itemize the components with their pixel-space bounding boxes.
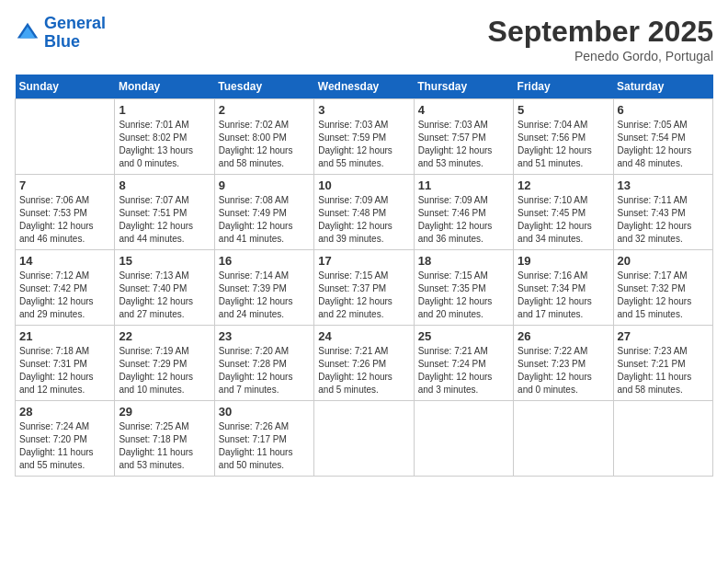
calendar-cell: 26Sunrise: 7:22 AM Sunset: 7:23 PM Dayli… <box>514 326 613 401</box>
day-info: Sunrise: 7:10 AM Sunset: 7:45 PM Dayligh… <box>518 194 609 246</box>
day-info: Sunrise: 7:20 AM Sunset: 7:28 PM Dayligh… <box>219 345 310 396</box>
day-number: 6 <box>618 103 709 117</box>
week-row-3: 14Sunrise: 7:12 AM Sunset: 7:42 PM Dayli… <box>16 250 713 326</box>
day-number: 9 <box>219 178 310 192</box>
day-info: Sunrise: 7:06 AM Sunset: 7:53 PM Dayligh… <box>19 194 110 246</box>
calendar-cell: 30Sunrise: 7:26 AM Sunset: 7:17 PM Dayli… <box>214 401 313 477</box>
day-info: Sunrise: 7:07 AM Sunset: 7:51 PM Dayligh… <box>119 194 210 246</box>
calendar-cell: 5Sunrise: 7:04 AM Sunset: 7:56 PM Daylig… <box>514 99 613 175</box>
calendar-cell <box>514 401 613 477</box>
day-number: 14 <box>19 254 110 268</box>
calendar-cell: 6Sunrise: 7:05 AM Sunset: 7:54 PM Daylig… <box>613 99 712 175</box>
day-info: Sunrise: 7:04 AM Sunset: 7:56 PM Dayligh… <box>518 119 609 170</box>
day-info: Sunrise: 7:15 AM Sunset: 7:37 PM Dayligh… <box>318 270 409 321</box>
weekday-header-thursday: Thursday <box>414 75 513 99</box>
calendar-cell: 3Sunrise: 7:03 AM Sunset: 7:59 PM Daylig… <box>314 99 414 175</box>
day-number: 28 <box>19 405 110 419</box>
day-info: Sunrise: 7:09 AM Sunset: 7:46 PM Dayligh… <box>418 194 509 246</box>
day-number: 5 <box>518 103 609 117</box>
day-info: Sunrise: 7:25 AM Sunset: 7:18 PM Dayligh… <box>119 420 210 472</box>
day-info: Sunrise: 7:09 AM Sunset: 7:48 PM Dayligh… <box>318 194 409 246</box>
day-number: 8 <box>119 178 210 192</box>
calendar-cell: 12Sunrise: 7:10 AM Sunset: 7:45 PM Dayli… <box>514 175 613 250</box>
weekday-header-friday: Friday <box>514 75 613 99</box>
calendar-cell: 19Sunrise: 7:16 AM Sunset: 7:34 PM Dayli… <box>514 250 613 326</box>
calendar-cell: 16Sunrise: 7:14 AM Sunset: 7:39 PM Dayli… <box>214 250 313 326</box>
week-row-1: 1Sunrise: 7:01 AM Sunset: 8:02 PM Daylig… <box>16 99 713 175</box>
month-title: September 2025 <box>488 15 713 49</box>
weekday-header-tuesday: Tuesday <box>214 75 313 99</box>
calendar-cell <box>613 401 712 477</box>
calendar-cell: 2Sunrise: 7:02 AM Sunset: 8:00 PM Daylig… <box>214 99 313 175</box>
day-number: 18 <box>418 254 509 268</box>
day-info: Sunrise: 7:12 AM Sunset: 7:42 PM Dayligh… <box>19 270 110 321</box>
calendar-cell: 23Sunrise: 7:20 AM Sunset: 7:28 PM Dayli… <box>214 326 313 401</box>
day-number: 15 <box>119 254 210 268</box>
day-info: Sunrise: 7:24 AM Sunset: 7:20 PM Dayligh… <box>19 420 110 472</box>
weekday-header-sunday: Sunday <box>16 75 115 99</box>
calendar-cell: 18Sunrise: 7:15 AM Sunset: 7:35 PM Dayli… <box>414 250 513 326</box>
calendar-cell <box>414 401 513 477</box>
day-number: 29 <box>119 405 210 419</box>
calendar-cell: 29Sunrise: 7:25 AM Sunset: 7:18 PM Dayli… <box>115 401 214 477</box>
logo-line1: General <box>44 14 106 32</box>
week-row-5: 28Sunrise: 7:24 AM Sunset: 7:20 PM Dayli… <box>16 401 713 477</box>
calendar-cell: 4Sunrise: 7:03 AM Sunset: 7:57 PM Daylig… <box>414 99 513 175</box>
calendar-cell: 22Sunrise: 7:19 AM Sunset: 7:29 PM Dayli… <box>115 326 214 401</box>
day-info: Sunrise: 7:14 AM Sunset: 7:39 PM Dayligh… <box>219 270 310 321</box>
day-number: 4 <box>418 103 509 117</box>
calendar-cell: 25Sunrise: 7:21 AM Sunset: 7:24 PM Dayli… <box>414 326 513 401</box>
calendar-cell: 10Sunrise: 7:09 AM Sunset: 7:48 PM Dayli… <box>314 175 414 250</box>
day-number: 22 <box>119 329 210 343</box>
day-number: 7 <box>19 178 110 192</box>
day-info: Sunrise: 7:21 AM Sunset: 7:24 PM Dayligh… <box>418 345 509 396</box>
day-number: 26 <box>518 329 609 343</box>
logo-line2: Blue <box>44 32 80 51</box>
day-number: 27 <box>618 329 709 343</box>
day-number: 21 <box>19 329 110 343</box>
calendar-cell: 9Sunrise: 7:08 AM Sunset: 7:49 PM Daylig… <box>214 175 313 250</box>
calendar-cell: 13Sunrise: 7:11 AM Sunset: 7:43 PM Dayli… <box>613 175 712 250</box>
day-info: Sunrise: 7:03 AM Sunset: 7:59 PM Dayligh… <box>318 119 409 170</box>
location-subtitle: Penedo Gordo, Portugal <box>488 49 713 63</box>
day-info: Sunrise: 7:18 AM Sunset: 7:31 PM Dayligh… <box>19 345 110 396</box>
day-info: Sunrise: 7:16 AM Sunset: 7:34 PM Dayligh… <box>518 270 609 321</box>
day-info: Sunrise: 7:13 AM Sunset: 7:40 PM Dayligh… <box>119 270 210 321</box>
calendar-cell: 24Sunrise: 7:21 AM Sunset: 7:26 PM Dayli… <box>314 326 414 401</box>
day-info: Sunrise: 7:19 AM Sunset: 7:29 PM Dayligh… <box>119 345 210 396</box>
calendar-cell: 21Sunrise: 7:18 AM Sunset: 7:31 PM Dayli… <box>16 326 115 401</box>
day-info: Sunrise: 7:15 AM Sunset: 7:35 PM Dayligh… <box>418 270 509 321</box>
day-info: Sunrise: 7:23 AM Sunset: 7:21 PM Dayligh… <box>618 345 709 396</box>
calendar-cell: 11Sunrise: 7:09 AM Sunset: 7:46 PM Dayli… <box>414 175 513 250</box>
day-number: 25 <box>418 329 509 343</box>
day-info: Sunrise: 7:26 AM Sunset: 7:17 PM Dayligh… <box>219 420 310 472</box>
day-info: Sunrise: 7:03 AM Sunset: 7:57 PM Dayligh… <box>418 119 509 170</box>
title-block: September 2025 Penedo Gordo, Portugal <box>488 15 713 63</box>
calendar-cell: 28Sunrise: 7:24 AM Sunset: 7:20 PM Dayli… <box>16 401 115 477</box>
calendar-body: 1Sunrise: 7:01 AM Sunset: 8:02 PM Daylig… <box>16 99 713 477</box>
weekday-header-row: SundayMondayTuesdayWednesdayThursdayFrid… <box>16 75 713 99</box>
logo-text: General Blue <box>44 15 106 52</box>
day-number: 11 <box>418 178 509 192</box>
day-info: Sunrise: 7:11 AM Sunset: 7:43 PM Dayligh… <box>618 194 709 246</box>
day-info: Sunrise: 7:05 AM Sunset: 7:54 PM Dayligh… <box>618 119 709 170</box>
day-number: 16 <box>219 254 310 268</box>
calendar-cell: 1Sunrise: 7:01 AM Sunset: 8:02 PM Daylig… <box>115 99 214 175</box>
calendar-header: SundayMondayTuesdayWednesdayThursdayFrid… <box>16 75 713 99</box>
week-row-4: 21Sunrise: 7:18 AM Sunset: 7:31 PM Dayli… <box>16 326 713 401</box>
calendar-cell: 20Sunrise: 7:17 AM Sunset: 7:32 PM Dayli… <box>613 250 712 326</box>
day-number: 30 <box>219 405 310 419</box>
day-info: Sunrise: 7:22 AM Sunset: 7:23 PM Dayligh… <box>518 345 609 396</box>
calendar-cell: 17Sunrise: 7:15 AM Sunset: 7:37 PM Dayli… <box>314 250 414 326</box>
weekday-header-monday: Monday <box>115 75 214 99</box>
calendar-table: SundayMondayTuesdayWednesdayThursdayFrid… <box>15 75 713 477</box>
page-header: General Blue September 2025 Penedo Gordo… <box>15 15 713 63</box>
calendar-cell: 15Sunrise: 7:13 AM Sunset: 7:40 PM Dayli… <box>115 250 214 326</box>
day-number: 24 <box>318 329 409 343</box>
logo: General Blue <box>15 15 106 52</box>
day-number: 2 <box>219 103 310 117</box>
weekday-header-wednesday: Wednesday <box>314 75 414 99</box>
calendar-cell: 8Sunrise: 7:07 AM Sunset: 7:51 PM Daylig… <box>115 175 214 250</box>
day-info: Sunrise: 7:21 AM Sunset: 7:26 PM Dayligh… <box>318 345 409 396</box>
day-info: Sunrise: 7:17 AM Sunset: 7:32 PM Dayligh… <box>618 270 709 321</box>
